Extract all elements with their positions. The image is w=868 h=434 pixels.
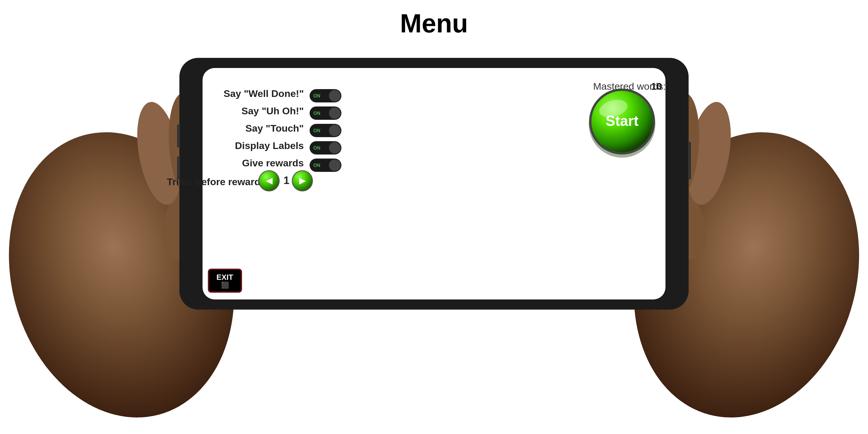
svg-rect-13 xyxy=(203,68,665,300)
svg-text:Trials before reward: Trials before reward xyxy=(167,176,260,187)
svg-text:ON: ON xyxy=(313,128,320,133)
svg-point-21 xyxy=(329,90,341,101)
svg-point-9 xyxy=(656,91,704,204)
svg-point-5 xyxy=(217,107,257,205)
svg-rect-16 xyxy=(688,142,691,179)
svg-point-46 xyxy=(590,90,654,153)
svg-point-33 xyxy=(329,142,341,154)
svg-text:1: 1 xyxy=(283,175,289,186)
svg-rect-14 xyxy=(177,124,180,148)
svg-text:◀: ◀ xyxy=(266,176,273,185)
svg-text:ON: ON xyxy=(313,163,320,168)
svg-point-45 xyxy=(589,91,655,158)
svg-text:Give rewards: Give rewards xyxy=(242,157,304,168)
svg-text:⬛: ⬛ xyxy=(221,281,229,289)
svg-point-43 xyxy=(292,171,312,191)
svg-point-0 xyxy=(0,107,265,434)
svg-text:ON: ON xyxy=(313,93,320,98)
svg-point-1 xyxy=(146,133,259,272)
svg-text:10: 10 xyxy=(651,81,662,92)
page-title: Menu xyxy=(0,9,868,38)
svg-rect-49 xyxy=(208,269,242,292)
svg-point-7 xyxy=(609,133,722,272)
svg-text:Say "Uh Oh!": Say "Uh Oh!" xyxy=(242,105,304,116)
svg-point-10 xyxy=(637,100,671,201)
svg-point-3 xyxy=(165,91,212,204)
svg-rect-32 xyxy=(310,141,341,155)
svg-point-25 xyxy=(329,107,341,119)
svg-rect-50 xyxy=(209,270,241,291)
svg-text:Mastered words:: Mastered words: xyxy=(593,81,666,92)
svg-rect-12 xyxy=(179,58,689,310)
svg-rect-15 xyxy=(177,156,180,179)
svg-rect-28 xyxy=(310,124,341,137)
svg-point-37 xyxy=(329,159,341,171)
svg-text:Say "Well Done!": Say "Well Done!" xyxy=(224,88,304,99)
svg-rect-36 xyxy=(310,159,341,172)
svg-text:Display Labels: Display Labels xyxy=(235,140,304,151)
svg-text:ON: ON xyxy=(313,146,320,151)
svg-rect-24 xyxy=(310,106,341,120)
svg-point-8 xyxy=(680,99,738,208)
svg-point-6 xyxy=(603,107,868,434)
svg-point-2 xyxy=(130,99,188,208)
svg-text:EXIT: EXIT xyxy=(216,273,233,281)
svg-text:Say "Touch": Say "Touch" xyxy=(245,123,304,134)
svg-point-47 xyxy=(597,97,629,120)
svg-point-4 xyxy=(197,100,231,201)
svg-point-11 xyxy=(611,107,651,205)
svg-point-40 xyxy=(259,171,279,191)
svg-text:Start: Start xyxy=(606,113,639,129)
svg-text:▶: ▶ xyxy=(299,176,306,185)
svg-point-29 xyxy=(329,125,341,136)
svg-text:ON: ON xyxy=(313,111,320,116)
svg-rect-20 xyxy=(310,89,341,102)
